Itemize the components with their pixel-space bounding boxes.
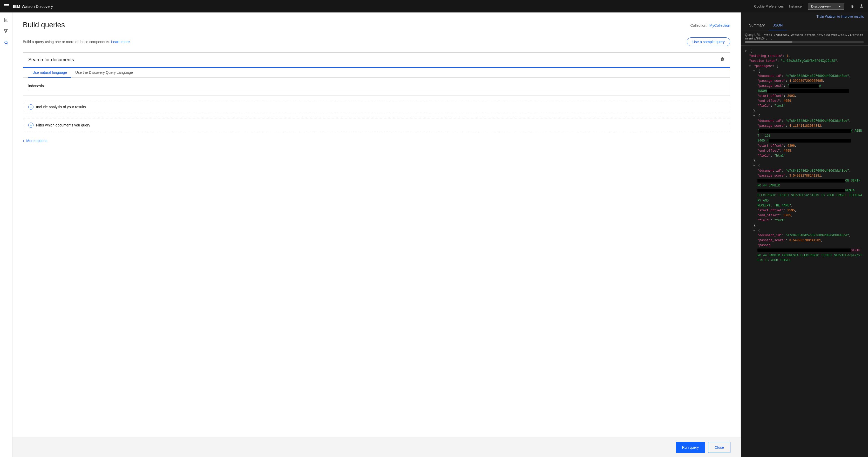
right-panel-tabs: Summary JSON	[741, 21, 868, 30]
learn-more-link[interactable]: Learn more.	[111, 40, 130, 44]
svg-rect-2	[4, 7, 9, 7]
sidebar-item-schema[interactable]	[1, 26, 11, 36]
instance-chevron: ▾	[839, 4, 841, 8]
search-input[interactable]	[28, 82, 725, 90]
description-row: Build a query using one or more of these…	[23, 37, 730, 46]
right-panel: Train Watson to improve results Summary …	[741, 12, 868, 457]
sidebar-item-documents[interactable]	[1, 14, 11, 25]
description-content: Build a query using one or more of these…	[23, 40, 110, 44]
svg-rect-11	[5, 31, 7, 33]
tab-natural-language[interactable]: Use natural language	[28, 68, 71, 78]
svg-rect-8	[5, 21, 6, 21]
collection-link[interactable]: MyCollection	[709, 23, 730, 28]
analysis-title: Include analysis of your results	[36, 105, 86, 109]
collection-label: Collection:	[690, 23, 707, 28]
close-button[interactable]: Close	[708, 442, 731, 453]
svg-rect-7	[5, 20, 7, 20]
instance-label: Instance:	[789, 4, 803, 8]
topnav: IBM Watson Discovery Cookie Preferences …	[0, 0, 868, 12]
page-title: Build queries	[23, 21, 65, 29]
analysis-expand-icon: +	[28, 104, 33, 110]
query-url-value: https://gateway.watsonplatform.net/disco…	[745, 33, 863, 40]
svg-rect-10	[6, 29, 8, 31]
search-section-card: Search for documents Use natural languag…	[23, 53, 730, 96]
delete-icon[interactable]	[720, 57, 725, 63]
bottom-action-bar: Run query Close	[12, 437, 741, 457]
query-url-row: Query URL https://gateway.watsonplatform…	[741, 30, 868, 46]
description-text: Build a query using one or more of these…	[23, 40, 131, 44]
tab-summary[interactable]: Summary	[745, 21, 769, 30]
svg-point-14	[5, 41, 7, 43]
query-url-label: Query URL	[745, 33, 761, 37]
user-icon[interactable]	[859, 4, 864, 8]
tab-discovery-query[interactable]: Use the Discovery Query Language	[71, 68, 137, 78]
search-input-wrapper	[23, 78, 730, 96]
train-watson-link[interactable]: Train Watson to improve results	[816, 14, 864, 19]
content-area: Build queries Collection: MyCollection B…	[12, 12, 741, 457]
brand-ibm: IBM	[13, 4, 20, 8]
svg-point-3	[861, 4, 862, 6]
more-options-label: More options	[26, 139, 47, 143]
svg-rect-6	[5, 19, 7, 20]
more-options-chevron-icon: ›	[23, 139, 24, 143]
svg-rect-0	[4, 4, 9, 5]
json-content[interactable]: ▼ { "matching_results": 1, "session_toke…	[741, 46, 868, 457]
run-query-button[interactable]: Run query	[676, 442, 705, 453]
filter-expand-icon: +	[28, 123, 33, 128]
svg-line-15	[7, 43, 8, 44]
brand-product: Watson Discovery	[22, 4, 53, 8]
filter-header[interactable]: + Filter which documents you query	[23, 118, 730, 132]
main-layout: Build queries Collection: MyCollection B…	[0, 12, 868, 457]
sidebar	[0, 12, 12, 457]
svg-rect-1	[4, 5, 9, 6]
sample-query-button[interactable]: Use a sample query	[687, 37, 730, 46]
filter-section: + Filter which documents you query	[23, 118, 730, 132]
analysis-section: + Include analysis of your results	[23, 100, 730, 114]
instance-value: Discovery-rw	[811, 4, 831, 8]
analysis-header[interactable]: + Include analysis of your results	[23, 100, 730, 114]
settings-icon[interactable]	[849, 4, 854, 8]
instance-select[interactable]: Discovery-rw ▾	[808, 3, 844, 10]
menu-icon[interactable]	[4, 3, 9, 9]
search-section-title: Search for documents	[28, 57, 74, 63]
filter-title: Filter which documents you query	[36, 123, 90, 127]
sidebar-item-query[interactable]	[1, 37, 11, 48]
brand: IBM Watson Discovery	[13, 4, 53, 8]
tab-json[interactable]: JSON	[769, 21, 787, 30]
more-options-row[interactable]: › More options	[23, 136, 730, 145]
query-url-scrollbar-thumb	[745, 41, 793, 43]
train-row: Train Watson to improve results	[741, 12, 868, 21]
cookie-prefs-link[interactable]: Cookie Preferences	[754, 4, 784, 8]
query-url-scrollbar[interactable]	[745, 41, 864, 43]
search-section-header: Search for documents	[23, 53, 730, 67]
search-tabs-row: Use natural language Use the Discovery Q…	[23, 68, 730, 78]
topnav-right: Cookie Preferences Instance: Discovery-r…	[754, 3, 864, 10]
